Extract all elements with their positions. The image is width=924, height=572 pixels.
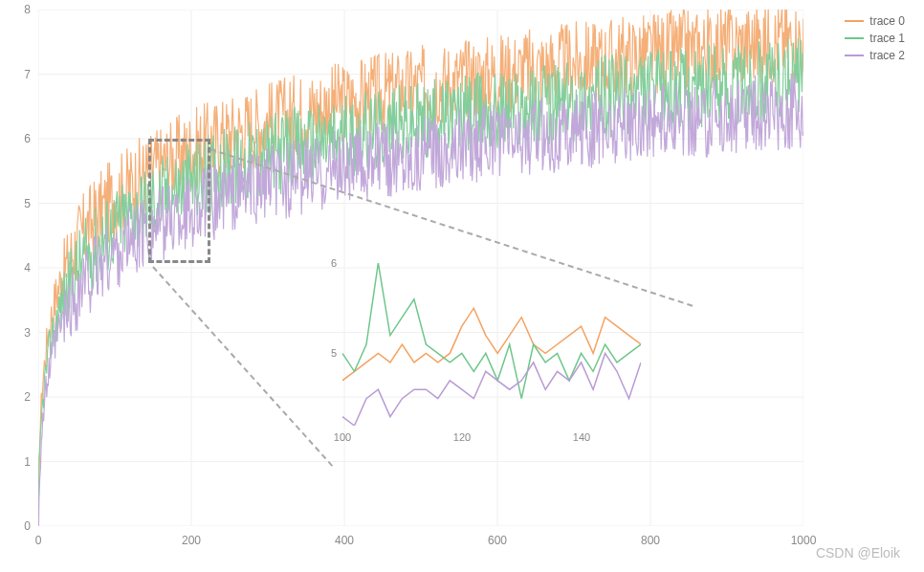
y-tick-7: 7 bbox=[24, 68, 31, 81]
inset-x-100: 100 bbox=[334, 431, 351, 443]
inset-x-140: 140 bbox=[573, 431, 590, 443]
x-tick-600: 600 bbox=[488, 534, 507, 547]
y-tick-8: 8 bbox=[24, 3, 31, 16]
x-tick-800: 800 bbox=[641, 534, 660, 547]
legend-item-trace0[interactable]: trace 0 bbox=[845, 14, 905, 28]
legend-swatch-0 bbox=[845, 20, 864, 22]
legend[interactable]: trace 0 trace 1 trace 2 bbox=[845, 14, 905, 66]
legend-swatch-2 bbox=[845, 55, 864, 56]
y-tick-0: 0 bbox=[24, 519, 31, 533]
y-tick-3: 3 bbox=[24, 326, 31, 340]
legend-item-trace2[interactable]: trace 2 bbox=[845, 49, 905, 62]
y-tick-1: 1 bbox=[24, 455, 31, 469]
inset-plot-svg bbox=[342, 263, 641, 426]
y-tick-2: 2 bbox=[24, 390, 31, 404]
y-tick-5: 5 bbox=[24, 197, 31, 210]
y-tick-4: 4 bbox=[24, 261, 31, 275]
x-tick-200: 200 bbox=[182, 534, 201, 547]
legend-item-trace1[interactable]: trace 1 bbox=[845, 32, 905, 45]
inset-y-6: 6 bbox=[331, 257, 337, 269]
inset-x-120: 120 bbox=[453, 431, 471, 443]
inset-y-5: 5 bbox=[331, 347, 337, 359]
y-tick-6: 6 bbox=[24, 132, 31, 145]
x-tick-400: 400 bbox=[335, 534, 354, 547]
legend-swatch-1 bbox=[845, 37, 864, 39]
watermark: CSDN @Eloik bbox=[816, 545, 900, 561]
legend-label-2: trace 2 bbox=[869, 49, 905, 62]
legend-label-1: trace 1 bbox=[869, 32, 905, 45]
x-tick-1000: 1000 bbox=[791, 534, 817, 547]
x-tick-0: 0 bbox=[35, 534, 42, 547]
legend-label-0: trace 0 bbox=[869, 14, 905, 28]
inset-chart[interactable]: 6 5 100 120 140 bbox=[342, 263, 641, 426]
